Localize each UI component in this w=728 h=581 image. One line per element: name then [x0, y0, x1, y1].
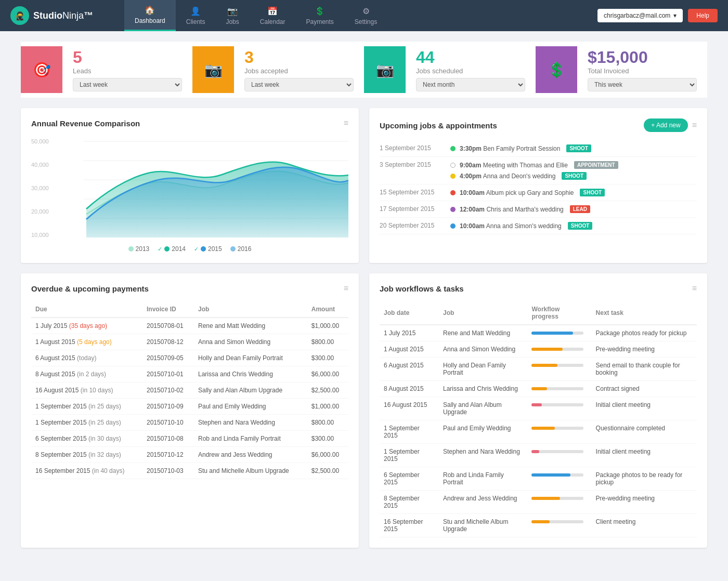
nav-calendar-label: Calendar: [260, 18, 285, 25]
jobs-accepted-content: 3 Jobs accepted Last week This week: [234, 42, 364, 98]
event-dot: [450, 146, 456, 151]
payments-menu-icon[interactable]: ≡: [344, 284, 348, 293]
event-text: 12:00am Chris and Martha's wedding: [460, 206, 564, 213]
workflow-progress: [527, 444, 591, 467]
payment-invoice: 20150710-09: [142, 399, 194, 415]
workflows-title: Job workflows & tasks: [380, 284, 464, 293]
check-icon-2015: ✓: [194, 246, 199, 253]
payment-invoice: 20150708-12: [142, 334, 194, 350]
nav-clients[interactable]: 👤 Clients: [176, 0, 216, 31]
payment-amount: $6,000.00: [307, 447, 348, 463]
progress-bar-wrap: [531, 387, 583, 390]
payment-due: 16 August 2015 (in 10 days): [31, 382, 142, 399]
workflow-date: 8 September 2015: [380, 491, 439, 514]
payments-card: Overdue & upcoming payments ≡ Due Invoic…: [21, 273, 359, 548]
job-date: 20 September 2015: [380, 222, 442, 229]
nav-dashboard[interactable]: 🏠 Dashboard: [124, 0, 176, 31]
stat-leads: 🎯 5 Leads Last week This week Last month: [21, 42, 192, 98]
add-new-button[interactable]: + Add new: [644, 118, 687, 132]
workflow-progress: [527, 358, 591, 381]
payment-invoice: 20150710-01: [142, 366, 194, 382]
dashboard-icon: 🏠: [145, 5, 155, 15]
workflow-job: Rob and Linda Family Portrait: [439, 467, 528, 491]
workflow-progress: [527, 420, 591, 444]
payment-due-note: (in 32 days): [88, 451, 121, 458]
workflow-task: Initial client meeting: [592, 397, 697, 420]
progress-bar-wrap: [531, 364, 583, 367]
jobs-accepted-select[interactable]: Last week This week: [244, 78, 354, 91]
event-text: 9:00am Meeting with Thomas and Ellie: [460, 162, 568, 169]
payments-header: Overdue & upcoming payments ≡: [31, 284, 348, 293]
progress-bar-wrap: [531, 427, 583, 430]
progress-bar-fill: [531, 450, 539, 453]
payment-due: 1 July 2015 (35 days ago): [31, 318, 142, 334]
payment-invoice: 20150710-03: [142, 463, 194, 479]
clients-icon: 👤: [190, 6, 201, 16]
table-row: 16 September 2015 Stu and Michelle Album…: [380, 514, 697, 537]
job-event: 12:00am Chris and Martha's weddingLEAD: [450, 205, 697, 213]
table-row: 6 September 2015 Rob and Linda Family Po…: [380, 467, 697, 491]
legend-label-2013: 2013: [136, 245, 150, 253]
user-email-button[interactable]: chrisgarbacz@mail.com ▾: [597, 9, 683, 22]
nav-clients-label: Clients: [186, 18, 205, 25]
y-label-30k: 30,000: [31, 185, 49, 191]
progress-bar-fill: [531, 387, 547, 390]
jobs-scheduled-select[interactable]: Next month This month: [416, 78, 525, 91]
workflow-date: 16 September 2015: [380, 514, 439, 537]
leads-select[interactable]: Last week This week Last month: [73, 78, 182, 91]
payment-amount: $2,500.00: [307, 382, 348, 399]
nav-items: 🏠 Dashboard 👤 Clients 📷 Jobs 📅 Calendar …: [124, 0, 597, 31]
legend-dot-2016: [230, 246, 236, 252]
table-row: 16 August 2015 Sally and Alan Album Upgr…: [380, 397, 697, 420]
main-grid: Annual Revenue Comparison ≡ 50,000 40,00…: [0, 108, 728, 558]
nav-payments[interactable]: 💲 Payments: [296, 0, 344, 31]
workflows-menu-icon[interactable]: ≡: [692, 284, 697, 293]
check-icon-2014: ✓: [158, 246, 162, 253]
payment-invoice: 20150710-08: [142, 431, 194, 447]
payment-job: Rob and Linda Family Portrait: [194, 431, 307, 447]
job-events: 10:00am Album pick up Gary and SophieSHO…: [450, 189, 697, 196]
nav-settings[interactable]: ⚙ Settings: [344, 0, 387, 31]
workflow-job: Holly and Dean Family Portrait: [439, 358, 528, 381]
nav-payments-label: Payments: [306, 18, 334, 25]
nav-jobs[interactable]: 📷 Jobs: [215, 0, 249, 31]
job-date: 3 September 2015: [380, 161, 442, 168]
progress-bar-wrap: [531, 520, 583, 523]
payment-amount: $800.00: [307, 334, 348, 350]
table-row: 1 July 2015 (35 days ago) 20150708-01 Re…: [31, 318, 348, 334]
workflow-date: 8 August 2015: [380, 381, 439, 397]
payment-invoice: 20150710-12: [142, 447, 194, 463]
help-button[interactable]: Help: [688, 9, 718, 22]
workflow-job: Andrew and Jess Wedding: [439, 491, 528, 514]
workflows-col-job: Job: [439, 301, 528, 325]
payment-job: Larissa and Chris Wedding: [194, 366, 307, 382]
payment-due: 16 September 2015 (in 40 days): [31, 463, 142, 479]
table-row: 16 September 2015 (in 40 days) 20150710-…: [31, 463, 348, 479]
event-tag: SHOOT: [568, 222, 593, 230]
workflow-progress: [527, 397, 591, 420]
invoiced-select[interactable]: This week Last week: [588, 78, 697, 91]
workflow-date: 1 September 2015: [380, 444, 439, 467]
nav-calendar[interactable]: 📅 Calendar: [250, 0, 296, 31]
workflow-task: Package photos ready for pickup: [592, 325, 697, 341]
payment-amount: $300.00: [307, 431, 348, 447]
payment-due-note: (5 days ago): [77, 338, 112, 346]
legend-dot-2013: [128, 246, 134, 252]
job-event: 10:00am Album pick up Gary and SophieSHO…: [450, 189, 697, 196]
payment-due: 6 September 2015 (in 30 days): [31, 431, 142, 447]
revenue-menu-icon[interactable]: ≡: [344, 118, 348, 128]
jobs-scheduled-content: 44 Jobs scheduled Next month This month: [406, 42, 536, 98]
event-tag: SHOOT: [562, 172, 587, 180]
jobs-scheduled-number: 44: [416, 48, 525, 67]
event-dot: [450, 190, 456, 195]
nav-jobs-label: Jobs: [226, 18, 239, 25]
payment-due-note: (in 25 days): [88, 403, 121, 410]
jobs-accepted-number: 3: [244, 48, 354, 67]
job-events: 3:30pm Ben Family Portrait SessionSHOOT: [450, 144, 697, 152]
payment-job: Rene and Matt Wedding: [194, 318, 307, 334]
job-row: 1 September 20153:30pm Ben Family Portra…: [380, 140, 697, 157]
upcoming-jobs-menu-icon[interactable]: ≡: [692, 121, 697, 130]
logo-icon: 🥷: [10, 6, 29, 25]
navbar: 🥷 StudioNinja™ 🏠 Dashboard 👤 Clients 📷 J…: [0, 0, 728, 31]
nav-settings-label: Settings: [355, 18, 377, 25]
